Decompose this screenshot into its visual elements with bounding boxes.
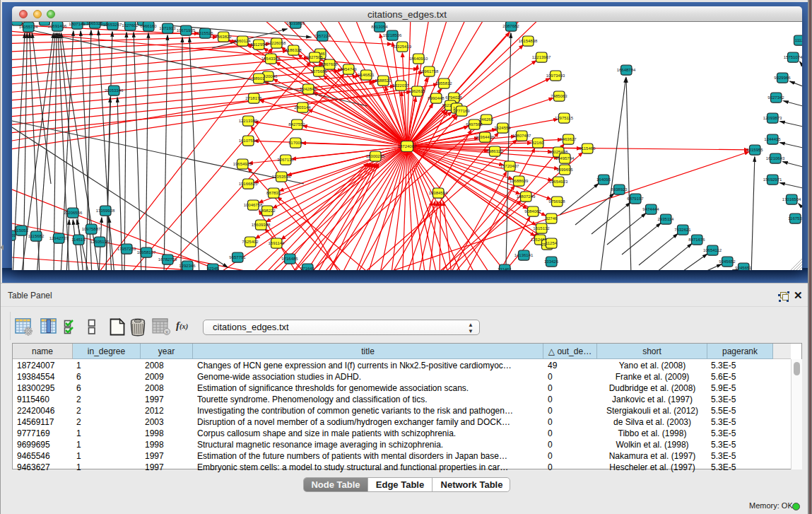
svg-text:114519: 114519 bbox=[71, 238, 86, 242]
svg-text:8454749: 8454749 bbox=[340, 67, 357, 71]
svg-text:9084067: 9084067 bbox=[524, 209, 541, 214]
svg-text:12213967: 12213967 bbox=[532, 55, 551, 59]
svg-text:13353594: 13353594 bbox=[272, 175, 291, 179]
svg-text:8990448: 8990448 bbox=[428, 96, 445, 100]
svg-text:6466160: 6466160 bbox=[140, 24, 157, 28]
svg-text:971645: 971645 bbox=[300, 267, 315, 270]
svg-text:164095: 164095 bbox=[596, 177, 611, 182]
svg-text:5322037: 5322037 bbox=[392, 83, 409, 88]
svg-text:9146821: 9146821 bbox=[358, 73, 375, 77]
svg-text:12213389: 12213389 bbox=[239, 119, 258, 123]
svg-text:1691144: 1691144 bbox=[269, 241, 286, 245]
svg-text:18300295: 18300295 bbox=[366, 154, 385, 158]
svg-text:1071913: 1071913 bbox=[159, 26, 176, 30]
svg-text:7625402: 7625402 bbox=[242, 240, 259, 244]
svg-text:11325419: 11325419 bbox=[393, 45, 412, 49]
svg-text:9245651: 9245651 bbox=[735, 266, 752, 270]
svg-text:17957253: 17957253 bbox=[117, 247, 136, 251]
svg-text:9329966: 9329966 bbox=[774, 76, 791, 80]
svg-text:19166825: 19166825 bbox=[239, 182, 258, 186]
svg-text:8471676: 8471676 bbox=[688, 238, 705, 242]
svg-text:19654923: 19654923 bbox=[549, 180, 568, 184]
svg-text:10654112: 10654112 bbox=[703, 248, 722, 252]
svg-text:12505135: 12505135 bbox=[90, 240, 110, 244]
svg-text:92345: 92345 bbox=[207, 267, 219, 270]
svg-text:19384554: 19384554 bbox=[429, 191, 448, 195]
svg-text:9115460: 9115460 bbox=[579, 146, 596, 151]
svg-text:10046758: 10046758 bbox=[244, 203, 263, 207]
svg-text:10973493: 10973493 bbox=[546, 74, 565, 78]
svg-text:131461: 131461 bbox=[498, 267, 512, 270]
svg-text:9242848: 9242848 bbox=[300, 87, 317, 91]
svg-text:16107554: 16107554 bbox=[239, 139, 258, 143]
svg-text:9327505: 9327505 bbox=[306, 55, 323, 59]
svg-text:2803144: 2803144 bbox=[294, 105, 311, 110]
svg-text:10671935: 10671935 bbox=[177, 28, 196, 33]
svg-text:16782759: 16782759 bbox=[158, 257, 177, 262]
svg-text:x: x bbox=[165, 329, 168, 335]
svg-text:7955812: 7955812 bbox=[435, 81, 452, 86]
svg-text:16495794: 16495794 bbox=[555, 156, 575, 160]
svg-text:1244415: 1244415 bbox=[764, 137, 781, 141]
svg-text:20053346: 20053346 bbox=[105, 88, 124, 93]
svg-text:12093873: 12093873 bbox=[763, 116, 782, 120]
svg-text:98901: 98901 bbox=[253, 76, 265, 81]
svg-text:39159: 39159 bbox=[12, 233, 16, 238]
svg-text:6497568: 6497568 bbox=[466, 122, 483, 127]
svg-text:7632621: 7632621 bbox=[674, 228, 691, 232]
svg-text:1807149: 1807149 bbox=[69, 22, 86, 26]
svg-text:2867608: 2867608 bbox=[321, 62, 338, 66]
svg-text:62160: 62160 bbox=[532, 141, 544, 145]
svg-text:16154838: 16154838 bbox=[519, 39, 538, 43]
svg-text:9474444: 9474444 bbox=[642, 207, 659, 211]
svg-text:746266: 746266 bbox=[479, 117, 494, 122]
svg-text:16033809: 16033809 bbox=[286, 22, 305, 25]
svg-text:7357224: 7357224 bbox=[314, 34, 331, 38]
svg-text:15751074: 15751074 bbox=[784, 55, 802, 59]
svg-text:9227342: 9227342 bbox=[767, 95, 784, 100]
svg-text:3215955: 3215955 bbox=[746, 148, 763, 152]
svg-text:17359928: 17359928 bbox=[96, 209, 115, 213]
svg-text:1498222: 1498222 bbox=[259, 209, 276, 213]
svg-text:12942737: 12942737 bbox=[49, 236, 69, 240]
svg-text:887833: 887833 bbox=[266, 191, 281, 195]
svg-text:1362615: 1362615 bbox=[408, 89, 425, 93]
svg-text:9756928: 9756928 bbox=[548, 199, 565, 204]
svg-text:2935114: 2935114 bbox=[658, 217, 675, 221]
svg-text:9657791: 9657791 bbox=[229, 255, 246, 259]
svg-text:8912954: 8912954 bbox=[250, 42, 267, 47]
svg-text:20206556: 20206556 bbox=[64, 211, 83, 215]
svg-text:18640910: 18640910 bbox=[409, 57, 428, 61]
svg-text:10653267: 10653267 bbox=[103, 23, 122, 27]
svg-text:16543362: 16543362 bbox=[261, 57, 281, 61]
svg-text:15720407: 15720407 bbox=[500, 164, 519, 168]
svg-text:10958107: 10958107 bbox=[137, 250, 156, 255]
svg-text:8660124: 8660124 bbox=[234, 39, 251, 43]
svg-text:116753: 116753 bbox=[788, 216, 802, 221]
svg-text:10688609: 10688609 bbox=[510, 179, 529, 183]
svg-text:8938923: 8938923 bbox=[611, 187, 628, 192]
svg-text:1065326: 1065326 bbox=[86, 22, 103, 25]
svg-text:3675685: 3675685 bbox=[310, 69, 327, 74]
svg-text:19218506: 19218506 bbox=[383, 33, 402, 37]
svg-text:19654925: 19654925 bbox=[233, 162, 252, 166]
svg-text:2718176: 2718176 bbox=[245, 96, 262, 100]
svg-text:3624554: 3624554 bbox=[494, 126, 511, 130]
svg-text:9777169: 9777169 bbox=[453, 109, 470, 113]
svg-text:18724007: 18724007 bbox=[398, 144, 417, 148]
svg-text:1588520: 1588520 bbox=[375, 78, 392, 83]
svg-text:9463627: 9463627 bbox=[560, 137, 577, 141]
svg-text:6794028: 6794028 bbox=[445, 95, 462, 100]
svg-text:14136141: 14136141 bbox=[514, 253, 534, 257]
svg-text:8186328: 8186328 bbox=[285, 48, 302, 52]
svg-text:16961758: 16961758 bbox=[420, 69, 439, 74]
svg-text:317006: 317006 bbox=[288, 141, 303, 145]
svg-text:15692971: 15692971 bbox=[763, 177, 782, 182]
svg-text:1112: 1112 bbox=[795, 38, 802, 42]
svg-text:20364436: 20364436 bbox=[476, 135, 495, 139]
svg-text:14055724: 14055724 bbox=[19, 25, 38, 29]
svg-text:7663822: 7663822 bbox=[215, 35, 232, 39]
svg-text:32746: 32746 bbox=[546, 216, 558, 221]
svg-text:915051: 915051 bbox=[14, 228, 29, 233]
svg-text:1292346: 1292346 bbox=[179, 264, 196, 268]
